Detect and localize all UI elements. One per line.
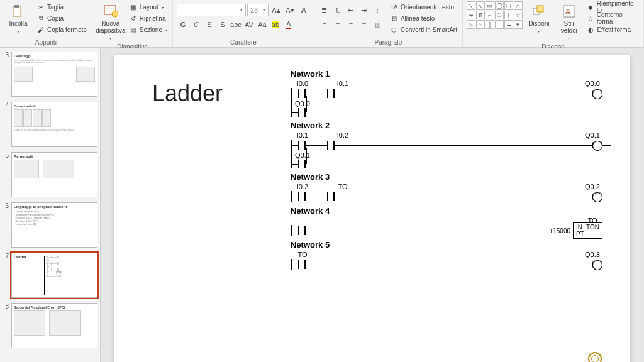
increase-indent-button[interactable]: ⇥ xyxy=(358,4,370,16)
shape-effects-button[interactable]: ◐Effetti forma xyxy=(585,24,640,35)
shapes-gallery[interactable]: ＼ ＼ ▭ ◯ ▢ △ ➔ ⇵ ⌐ ⬡ { ☆ ↘ ⤷ } ＋ ☁ ▾ xyxy=(467,1,523,29)
align-left-button[interactable]: ≡ xyxy=(318,18,331,31)
clear-format-button[interactable]: A̸ xyxy=(297,4,310,16)
shape-line[interactable]: ＼ xyxy=(467,1,475,10)
shape-star[interactable]: ☆ xyxy=(514,11,523,19)
shape-line2[interactable]: ＼ xyxy=(476,1,485,10)
shape-arrow-r[interactable]: ➔ xyxy=(467,11,475,19)
chevron-down-icon: ▾ xyxy=(18,28,19,35)
paste-icon xyxy=(11,4,26,19)
shape-conn2[interactable]: ⤷ xyxy=(476,20,485,29)
thumbnail-8[interactable]: 8 Sequential Functional Chart (SFC) xyxy=(3,303,97,348)
slide-canvas-area[interactable]: Ladder Network 1 I0.0I0.1Q0.0 Q0.0 Netwo… xyxy=(101,48,644,362)
font-color-button[interactable]: A xyxy=(282,18,295,31)
shape-rrect[interactable]: ▢ xyxy=(504,1,513,10)
decrease-indent-button[interactable]: ⇤ xyxy=(345,4,357,16)
highlight-button[interactable]: ab xyxy=(269,18,282,31)
numbering-button[interactable]: ⒈ xyxy=(331,4,344,16)
paste-button[interactable]: Incolla ▾ xyxy=(4,1,33,35)
ladder-diagram: Network 1 I0.0I0.1Q0.0 Q0.0 Network 2 I0… xyxy=(291,65,611,270)
scissors-icon: ✂ xyxy=(36,3,45,11)
new-slide-button[interactable]: Nuova diapositiva ▾ xyxy=(96,1,125,42)
thumbnail-7[interactable]: 7 Ladder ─||──||────( )─||──||──||────( … xyxy=(3,253,97,298)
layout-button[interactable]: ▦Layout▾ xyxy=(128,1,169,13)
shape-oval[interactable]: ◯ xyxy=(495,1,504,10)
svg-rect-6 xyxy=(537,6,543,12)
chevron-down-icon: ▾ xyxy=(240,8,243,13)
group-label-paragraph: Paragrafo xyxy=(318,38,458,47)
chevron-down-icon: ▾ xyxy=(109,35,111,42)
shape-tri[interactable]: △ xyxy=(514,1,523,10)
svg-rect-0 xyxy=(13,6,21,16)
quick-styles-icon: A xyxy=(562,4,577,19)
chevron-down-icon: ▾ xyxy=(263,8,265,13)
chevron-down-icon: ▾ xyxy=(162,5,164,9)
reset-icon: ↺ xyxy=(129,14,138,23)
align-center-button[interactable]: ≡ xyxy=(331,18,344,31)
group-label-font: Carattere xyxy=(177,38,310,47)
columns-button[interactable]: ▥ xyxy=(371,18,384,31)
bold-button[interactable]: G xyxy=(177,18,189,31)
thumbnail-6[interactable]: 6 Linguaggi di programmazione • Ladder D… xyxy=(3,202,97,248)
group-clipboard: Incolla ▾ ✂Taglia ⧉Copia 🖌Copia formato … xyxy=(0,0,92,47)
slide-canvas[interactable]: Ladder Network 1 I0.0I0.1Q0.0 Q0.0 Netwo… xyxy=(114,55,630,362)
cut-button[interactable]: ✂Taglia xyxy=(35,1,88,13)
group-font: ▾ 28▾ A▴ A▾ A̸ G C S S abc AV Aa ab A Ca… xyxy=(173,0,314,47)
thumbnail-3[interactable]: 3 I vantaggi Lorem ipsum dolor sit amet … xyxy=(3,52,97,97)
fill-icon: ◆ xyxy=(586,3,594,11)
bullets-button[interactable]: ≣ xyxy=(318,4,331,16)
shape-hex[interactable]: ⬡ xyxy=(495,11,504,19)
paste-label: Incolla xyxy=(9,20,28,27)
align-text-button[interactable]: ⊟Allinea testo xyxy=(389,13,458,24)
shadow-button[interactable]: S xyxy=(216,18,229,31)
shape-rect[interactable]: ▭ xyxy=(486,1,494,10)
group-drawing: ＼ ＼ ▭ ◯ ▢ △ ➔ ⇵ ⌐ ⬡ { ☆ ↘ ⤷ } ＋ ☁ ▾ xyxy=(463,0,644,47)
decrease-font-button[interactable]: A▾ xyxy=(284,4,296,16)
shape-brace2[interactable]: } xyxy=(486,20,494,29)
shape-cloud[interactable]: ☁ xyxy=(504,20,513,29)
outline-icon: ◇ xyxy=(586,14,594,23)
arrange-button[interactable]: Disponi ▾ xyxy=(525,1,553,35)
font-size-combo[interactable]: 28▾ xyxy=(247,4,269,16)
font-name-combo[interactable]: ▾ xyxy=(177,4,246,16)
new-slide-icon xyxy=(103,4,118,19)
brush-icon: 🖌 xyxy=(36,25,45,34)
quick-styles-button[interactable]: A Stili veloci ▾ xyxy=(555,1,583,42)
shape-plus[interactable]: ＋ xyxy=(495,20,504,29)
thumbnail-5[interactable]: 5 Remotabili xyxy=(3,152,97,197)
chevron-down-icon: ▾ xyxy=(538,28,540,35)
shape-arrow-ud[interactable]: ⇵ xyxy=(476,11,485,19)
convert-smartart-button[interactable]: ⬡Converti in SmartArt xyxy=(389,24,458,35)
section-button[interactable]: ▤Sezione▾ xyxy=(128,24,169,35)
spacing-button[interactable]: AV xyxy=(243,18,255,31)
layout-icon: ▦ xyxy=(129,3,138,11)
effects-icon: ◐ xyxy=(586,25,595,34)
italic-button[interactable]: C xyxy=(190,18,203,31)
shape-l[interactable]: ⌐ xyxy=(486,11,494,19)
copy-icon: ⧉ xyxy=(36,14,45,23)
underline-button[interactable]: S xyxy=(203,18,216,31)
svg-rect-1 xyxy=(14,5,19,8)
strike-button[interactable]: abc xyxy=(230,18,242,31)
chevron-down-icon: ▾ xyxy=(568,35,570,42)
shape-outline-button[interactable]: ◇Contorno forma xyxy=(585,13,640,24)
gear-icon xyxy=(588,352,602,362)
shape-brace[interactable]: { xyxy=(504,11,513,19)
line-spacing-button[interactable]: ↕ xyxy=(371,4,384,16)
copy-button[interactable]: ⧉Copia xyxy=(35,13,88,24)
increase-font-button[interactable]: A▴ xyxy=(270,4,282,16)
format-painter-button[interactable]: 🖌Copia formato xyxy=(35,24,88,35)
shape-conn1[interactable]: ↘ xyxy=(467,20,475,29)
group-label-clipboard: Appunti xyxy=(4,38,88,47)
case-button[interactable]: Aa xyxy=(256,18,269,31)
text-direction-button[interactable]: ↕AOrientamento testo xyxy=(389,1,458,13)
brand-logo: ACCADEMIA DELL'INNOVAZIONE xyxy=(571,352,619,362)
svg-text:A: A xyxy=(565,8,570,16)
reset-button[interactable]: ↺Ripristina xyxy=(128,13,169,24)
slide-thumbnails-panel[interactable]: 3 I vantaggi Lorem ipsum dolor sit amet … xyxy=(0,48,101,362)
workspace: 3 I vantaggi Lorem ipsum dolor sit amet … xyxy=(0,48,644,362)
thumbnail-4[interactable]: 4 Componibili Dotati di un BUS dedicato … xyxy=(3,102,97,147)
align-right-button[interactable]: ≡ xyxy=(345,18,357,31)
shape-more[interactable]: ▾ xyxy=(514,20,523,29)
justify-button[interactable]: ≡ xyxy=(358,18,370,31)
